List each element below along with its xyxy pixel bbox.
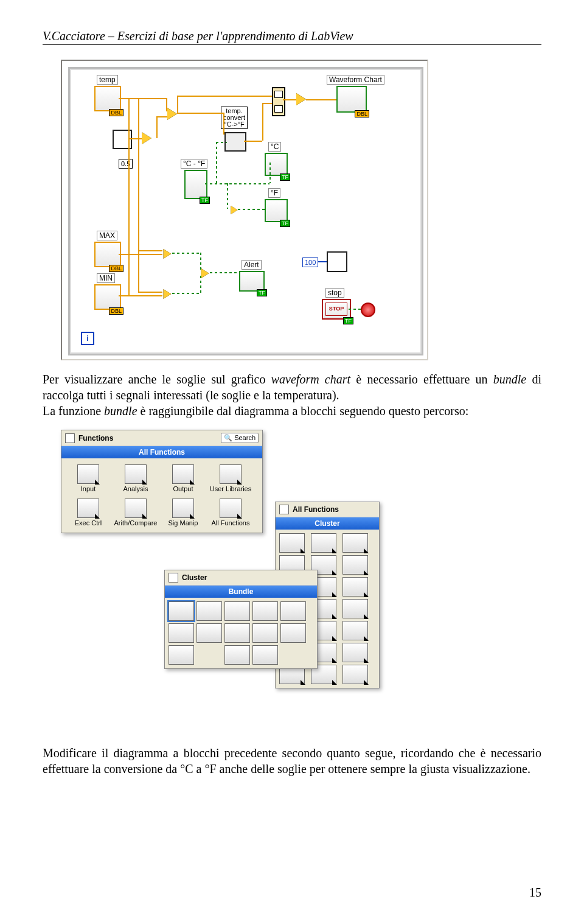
palette-item-all-functions[interactable]: All Functions [207,496,254,529]
exec-ctrl-icon [77,499,99,518]
palette-item-output[interactable]: Output [160,462,206,495]
cluster-func-icon[interactable] [224,645,250,665]
palette-item-sig-manip[interactable]: Sig Manip [160,496,206,529]
palette-bar-bundle[interactable]: Bundle [165,586,317,598]
wire [227,183,228,209]
wire [262,103,263,141]
const-100: 100 [302,257,318,267]
label-degF: °F [268,188,280,198]
wire [216,142,227,143]
const-0-5: 0.5 [119,159,133,169]
label-max: MAX [97,231,117,240]
type-tf-4: TF [257,289,267,296]
subpalette-icon[interactable] [342,533,368,553]
wire [166,98,167,111]
node-degF: TF [265,199,288,222]
wire [177,96,178,113]
p2-b: è raggiungibile dal diagramma a blocchi … [137,404,469,418]
wire [216,183,217,184]
node-stop: STOP TF [322,299,351,320]
subpalette-icon[interactable] [342,555,368,575]
wire [269,163,271,183]
temp-convert-label: temp. convert °C->°F [221,107,248,129]
wire [283,99,296,100]
type-dbl-3: DBL [109,265,123,272]
palette-item-arith-compare[interactable]: Arith/Compare [113,496,159,529]
wait-ms-node [327,251,347,272]
select-node [296,93,306,105]
while-loop: temp DBL Waveform Chart DBL 0.5 temp. co [68,67,423,355]
arith-compare-icon [125,499,147,518]
cluster-func-icon[interactable] [252,623,278,643]
cluster-func-icon[interactable] [224,601,250,621]
pushpin-icon[interactable] [169,573,178,583]
cluster-func-icon[interactable] [280,601,306,621]
bundle-icon[interactable] [169,601,194,621]
p1-it2: bundle [493,373,526,386]
wire [138,250,162,251]
wire [156,116,167,117]
subpalette-icon[interactable] [311,533,336,553]
subpalette-icon[interactable] [279,533,305,553]
wire [244,141,262,142]
wire [177,113,223,114]
palette-item-analysis[interactable]: Analysis [113,462,159,495]
stop-text: STOP [325,303,347,316]
palette-bar-cluster[interactable]: Cluster [276,517,379,530]
palette-item-user-libraries[interactable]: User Libraries [207,462,254,495]
cluster-func-icon[interactable] [196,623,222,643]
pushpin-icon[interactable] [279,505,289,514]
wire [200,253,201,270]
palette-item-exec-ctrl[interactable]: Exec Ctrl [65,496,111,529]
cluster-func-icon[interactable] [169,623,194,643]
wire [138,98,139,292]
subpalette-icon[interactable] [342,577,368,597]
palette-cascade: Functions 🔍 Search All Functions Input A… [61,430,438,734]
loop-stop-terminal [361,303,375,317]
wire [138,292,162,293]
cluster-func-icon[interactable] [280,623,306,643]
search-box[interactable]: 🔍 Search [221,433,259,443]
node-c-f-switch: TF [184,170,207,199]
wire [172,293,200,294]
node-max: DBL [94,242,121,267]
wire [210,272,239,273]
add-node [167,108,177,120]
subpalette-icon[interactable] [342,643,368,662]
subpalette-icon[interactable] [342,665,368,684]
p2-a: La funzione [43,404,104,418]
palette-item-input[interactable]: Input [65,462,111,495]
pushpin-icon[interactable] [65,433,75,443]
cluster-func-icon[interactable] [169,645,194,665]
label-c-f: °C - °F [181,159,207,169]
palette-header: Cluster [165,570,317,586]
p1-b: è necessario effettuare un [350,373,493,386]
cluster-func-icon[interactable] [224,623,250,643]
label-degC: °C [268,142,281,152]
palette-grid: Input Analysis Output User Libraries Exe… [61,458,262,533]
paragraph-1: Per visualizzare anche le soglie sul gra… [43,371,541,419]
wire [306,99,336,100]
cluster-func-icon[interactable] [252,645,278,665]
palette-header: Functions 🔍 Search [61,430,262,446]
page-number: 15 [529,886,541,900]
palette-bar-all-functions[interactable]: All Functions [61,446,262,458]
palette-header: All Functions [276,502,379,517]
label-stop: stop [325,288,344,298]
output-icon [172,464,194,484]
type-dbl: DBL [109,109,123,116]
p1-it1: waveform chart [271,373,350,386]
subpalette-icon[interactable] [342,599,368,618]
cluster-func-icon[interactable] [252,601,278,621]
not-node [231,206,237,214]
type-dbl-4: DBL [109,307,123,315]
label-alert: Alert [242,260,262,270]
greater-node [164,249,172,259]
node-min: DBL [94,284,121,310]
temp-convert-node [224,132,246,152]
subpalette-icon[interactable] [342,621,368,640]
wire [119,295,162,296]
wire [119,254,162,255]
wire [238,209,265,210]
unbundle-icon[interactable] [196,601,222,621]
